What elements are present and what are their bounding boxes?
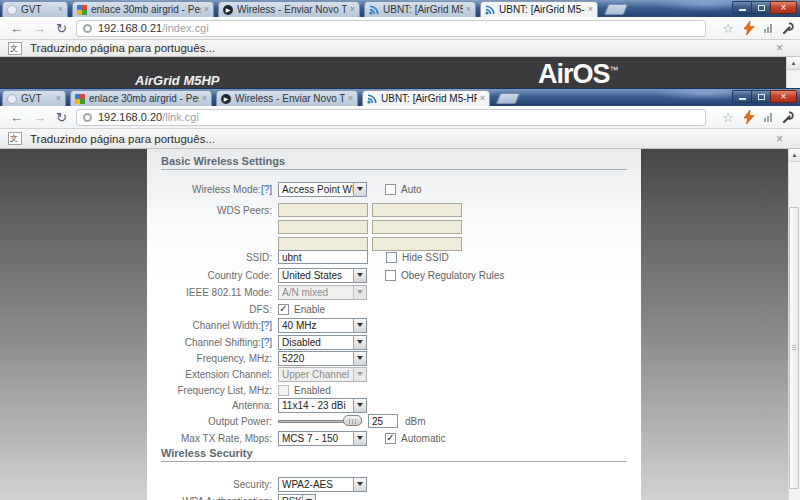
dropdown-arrow-icon [353, 269, 366, 282]
close-button[interactable]: × [770, 90, 797, 103]
wds-peer-input-1[interactable] [278, 203, 368, 217]
output-power-slider[interactable] [278, 415, 362, 427]
new-tab-button[interactable] [496, 93, 520, 104]
window2-controls: × [732, 90, 797, 103]
minimize-icon [739, 9, 746, 11]
max-tx-rate-row: Max TX Rate, Mbps: MCS 7 - 150 ✓ Automat… [159, 430, 445, 446]
tab-close-icon[interactable]: × [466, 5, 471, 14]
dfs-row: DFS: ✓ Enable [159, 301, 325, 317]
country-code-select[interactable]: United States [278, 268, 367, 283]
help-link[interactable]: [?] [261, 184, 272, 195]
refresh-button[interactable]: ↻ [56, 22, 67, 35]
flash-bolt-icon[interactable] [743, 21, 755, 35]
tab-google-search[interactable]: enlace 30mb airgrid - Pesq × [72, 1, 214, 17]
tab-close-icon[interactable]: × [202, 94, 207, 103]
frequency-select[interactable]: 5220 [278, 351, 367, 366]
play-circle-icon: ▶ [223, 5, 233, 15]
address-bar[interactable]: 192.168.0.20/link.cgi [76, 109, 706, 126]
ssid-input[interactable] [278, 250, 368, 264]
antenna-select[interactable]: 11x14 - 23 dBi [278, 398, 367, 413]
bookmark-star-icon[interactable]: ☆ [722, 111, 734, 124]
tab-google-search[interactable]: enlace 30mb airgrid - Pesq × [70, 90, 212, 106]
tab-ubnt-active[interactable]: UBNT: [AirGrid M5-HP] - S × [362, 90, 490, 106]
window2-scrollbar[interactable]: ▲ [788, 149, 800, 500]
window1-controls: × [732, 1, 797, 14]
tab-close-icon[interactable]: × [56, 94, 61, 103]
window2-tab-bar: GVT × enlace 30mb airgrid - Pesq × ▶ Wir… [0, 89, 800, 106]
tab-gvt[interactable]: GVT × [2, 90, 66, 106]
maximize-button[interactable] [751, 90, 770, 103]
maximize-button[interactable] [751, 1, 770, 14]
tab-wireless-forum[interactable]: ▶ Wireless - Enviar Novo Tóp × [218, 1, 360, 17]
translate-icon: 文 [8, 132, 22, 145]
dfs-enable-checkbox[interactable]: ✓ [278, 304, 289, 315]
help-link[interactable]: [?] [261, 320, 272, 331]
signal-bars-icon[interactable] [764, 24, 773, 33]
back-button[interactable]: ← [10, 22, 23, 35]
maximize-icon [758, 5, 765, 11]
tab-wireless-forum[interactable]: ▶ Wireless - Enviar Novo Tóp × [216, 90, 358, 106]
wrench-icon[interactable] [782, 111, 795, 124]
frequency-list-enabled-label: Enabled [294, 385, 331, 396]
output-power-row: Output Power: dBm [159, 413, 426, 429]
back-button[interactable]: ← [10, 111, 23, 124]
minimize-button[interactable] [732, 90, 751, 103]
tab-ubnt-1[interactable]: UBNT: [AirGrid M5-HP] - × [364, 1, 476, 17]
bookmark-star-icon[interactable]: ☆ [722, 22, 734, 35]
hide-ssid-checkbox[interactable] [386, 252, 397, 263]
google-logo-icon [77, 5, 87, 15]
output-power-input[interactable] [368, 414, 398, 428]
channel-width-label: Channel Width:[?] [159, 320, 272, 331]
clock-icon [7, 94, 17, 104]
forward-button[interactable]: → [33, 22, 46, 35]
clock-icon [7, 5, 17, 15]
wrench-icon[interactable] [782, 22, 795, 35]
auto-checkbox[interactable] [385, 184, 396, 195]
flash-bolt-icon[interactable] [743, 110, 755, 124]
tab-close-icon[interactable]: × [58, 5, 63, 14]
signal-bars-icon[interactable] [764, 113, 773, 122]
infobar-close-icon[interactable]: × [776, 133, 783, 145]
extension-channel-row: Extension Channel: Upper Channel [159, 366, 367, 382]
forward-button[interactable]: → [33, 111, 46, 124]
scrollbar-thumb[interactable] [789, 207, 799, 489]
check-icon: ✓ [386, 433, 394, 443]
tab-ubnt-2-active[interactable]: UBNT: [AirGrid M5-HP] - P × [480, 1, 598, 17]
new-tab-button[interactable] [604, 4, 628, 15]
minimize-button[interactable] [732, 1, 751, 14]
tab-gvt[interactable]: GVT × [2, 1, 68, 17]
wds-peer-input-4[interactable] [372, 220, 462, 234]
channel-width-select[interactable]: 40 MHz [278, 318, 367, 333]
automatic-checkbox[interactable]: ✓ [385, 433, 396, 444]
address-bar[interactable]: 192.168.0.21/index.cgi [76, 20, 706, 37]
scroll-up-icon[interactable]: ▲ [789, 149, 800, 162]
obey-regulatory-checkbox[interactable] [385, 270, 396, 281]
tab-close-icon[interactable]: × [480, 94, 485, 103]
window1-scrollbar[interactable]: ▲ [786, 57, 800, 88]
help-link[interactable]: [?] [261, 337, 272, 348]
wds-peer-input-3[interactable] [278, 220, 368, 234]
max-tx-rate-select[interactable]: MCS 7 - 150 [278, 431, 367, 446]
tab-close-icon[interactable]: × [348, 94, 353, 103]
security-select[interactable]: WPA2-AES [278, 477, 367, 492]
rss-icon [485, 5, 495, 15]
close-button[interactable]: × [770, 1, 797, 14]
wireless-mode-select[interactable]: Access Point WDS [278, 182, 367, 197]
dropdown-arrow-icon [353, 183, 366, 196]
slider-handle[interactable] [343, 415, 362, 426]
tab-close-icon[interactable]: × [588, 5, 593, 14]
tab-close-icon[interactable]: × [204, 5, 209, 14]
scroll-up-icon[interactable]: ▲ [787, 57, 800, 70]
infobar-close-icon[interactable]: × [776, 42, 783, 54]
section-rule [161, 169, 627, 170]
tab-close-icon[interactable]: × [350, 5, 355, 14]
wds-peer-input-2[interactable] [372, 203, 462, 217]
refresh-button[interactable]: ↻ [56, 111, 67, 124]
dropdown-arrow-icon [353, 478, 366, 491]
channel-shifting-select[interactable]: Disabled [278, 335, 367, 350]
maximize-icon [758, 94, 765, 100]
window2-toolbar: ← → ↻ 192.168.0.20/link.cgi ☆ [0, 106, 800, 129]
auto-label: Auto [401, 184, 422, 195]
wpa-authentication-select[interactable]: PSK [278, 494, 316, 500]
frequency-label: Frequency, MHz: [159, 353, 272, 364]
